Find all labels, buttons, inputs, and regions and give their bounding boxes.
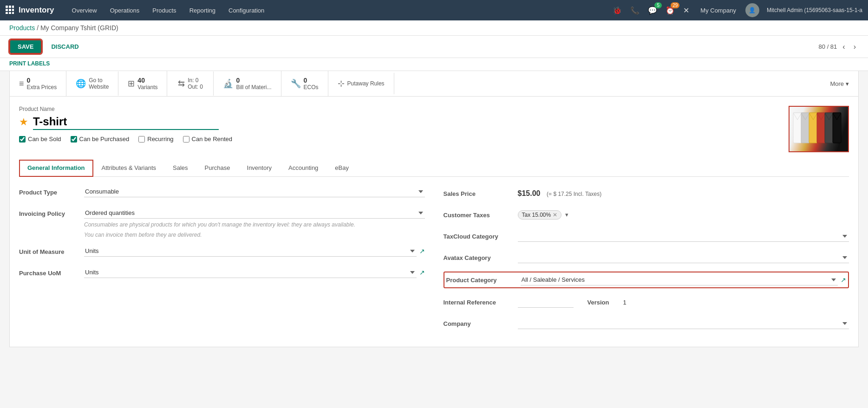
customer-taxes-field: Customer Taxes Tax 15.00% ✕ ▾ (444, 207, 849, 222)
company-select[interactable] (518, 318, 849, 329)
bug-icon[interactable]: 🐞 (611, 4, 624, 17)
breadcrumb-parent[interactable]: Products (9, 24, 35, 32)
svg-rect-5 (12, 9, 14, 11)
tax-remove-icon[interactable]: ✕ (553, 212, 557, 218)
form-content: Product Type Consumable Storable Product… (19, 186, 849, 337)
tab-attributes-variants[interactable]: Attributes & Variants (93, 160, 165, 177)
avatax-category-label: Avatax Category (444, 254, 518, 261)
extra-prices-count: 0 (27, 77, 57, 84)
unit-of-measure-select[interactable]: Units (84, 246, 417, 257)
taxcloud-category-field: TaxCloud Category (444, 229, 849, 244)
can-be-purchased-checkbox[interactable]: Can be Purchased (71, 136, 130, 142)
more-button[interactable]: More ▾ (821, 75, 858, 93)
tab-general-information[interactable]: General Information (19, 160, 93, 177)
sales-price-field: Sales Price $15.00 (= $ 17.25 Incl. Taxe… (444, 186, 849, 201)
invoicing-policy-label: Invoicing Policy (19, 207, 84, 217)
internal-reference-label: Internal Reference (444, 299, 518, 306)
more-label: More (830, 80, 844, 87)
product-name-label: Product Name (19, 106, 779, 112)
product-image[interactable] (789, 106, 849, 152)
customer-taxes-label: Customer Taxes (444, 212, 518, 219)
version-label: Version (587, 299, 609, 306)
print-labels-bar: PRINT LABELS (0, 58, 868, 71)
messages-icon[interactable]: 💬 5 (646, 4, 659, 17)
ecos-button[interactable]: 🔧 0 ECOs (281, 71, 328, 96)
prev-record-button[interactable]: ‹ (840, 42, 848, 52)
product-name-input[interactable] (33, 114, 219, 130)
putaway-rules-button[interactable]: ⊹ Putaway Rules (328, 73, 394, 94)
bom-label: Bill of Materi... (236, 84, 271, 91)
hint2: You can invoice them before they are del… (84, 231, 425, 239)
purchase-uom-label: Purchase UoM (19, 267, 84, 277)
svg-rect-7 (9, 12, 11, 14)
bom-icon: 🔬 (223, 78, 233, 89)
product-category-external-link-icon[interactable]: ↗ (841, 276, 846, 284)
breadcrumb-current: My Company Tshirt (GRID) (40, 24, 118, 32)
nav-reporting[interactable]: Reporting (183, 0, 222, 20)
unit-of-measure-label: Unit of Measure (19, 246, 84, 255)
grid-menu-icon[interactable] (6, 6, 14, 15)
activities-icon[interactable]: ⏰ 29 (664, 4, 677, 17)
internal-reference-input[interactable] (518, 297, 574, 308)
next-record-button[interactable]: › (851, 42, 859, 52)
company-field: Company (444, 316, 849, 331)
recurring-checkbox[interactable]: Recurring (138, 136, 173, 142)
discard-button[interactable]: DISCARD (46, 40, 83, 53)
can-be-rented-checkbox[interactable]: Can be Rented (183, 136, 232, 142)
svg-rect-4 (9, 9, 11, 11)
ecos-label: ECOs (304, 84, 319, 91)
variants-button[interactable]: ⊞ 40 Variants (118, 71, 167, 96)
unit-of-measure-external-link-icon[interactable]: ↗ (419, 247, 425, 255)
out-count: Out: 0 (188, 84, 203, 90)
tab-accounting[interactable]: Accounting (280, 160, 326, 177)
pagination-text: 80 / 81 (819, 43, 837, 50)
tab-ebay[interactable]: eBay (326, 160, 357, 177)
nav-products[interactable]: Products (146, 0, 183, 20)
go-to-website-button[interactable]: 🌐 Go toWebsite (66, 71, 118, 96)
product-type-select[interactable]: Consumable Storable Product Service (84, 186, 425, 197)
transfers-icon: ⇆ (178, 78, 185, 89)
favorite-star-icon[interactable]: ★ (19, 116, 28, 128)
avatax-category-select[interactable] (518, 252, 849, 263)
bom-button[interactable]: 🔬 0 Bill of Materi... (214, 71, 281, 96)
extra-prices-button[interactable]: ≡ 0 Extra Prices (10, 71, 66, 96)
purchase-uom-select[interactable]: Units (84, 267, 417, 278)
unit-of-measure-value: Units ↗ (84, 246, 425, 257)
product-category-field: Product Category All / Saleable / Servic… (444, 272, 849, 288)
activities-badge: 29 (671, 2, 679, 8)
taxcloud-category-label: TaxCloud Category (444, 233, 518, 240)
product-category-label: Product Category (446, 277, 521, 284)
in-out-button[interactable]: ⇆ In: 0 Out: 0 (167, 71, 214, 96)
customer-taxes-dropdown-icon[interactable]: ▾ (565, 211, 568, 218)
user-avatar[interactable]: 👤 (745, 3, 759, 17)
product-category-select[interactable]: All / Saleable / Services (521, 274, 838, 285)
top-nav: Inventory Overview Operations Products R… (0, 0, 868, 20)
close-icon[interactable]: ✕ (681, 4, 691, 17)
svg-rect-1 (9, 6, 11, 8)
tab-purchase[interactable]: Purchase (196, 160, 239, 177)
invoicing-policy-select[interactable]: Ordered quantities Delivered quantities (84, 207, 425, 219)
save-button[interactable]: SAVE (9, 39, 42, 54)
nav-overview[interactable]: Overview (65, 0, 104, 20)
tab-sales[interactable]: Sales (164, 160, 196, 177)
nav-configuration[interactable]: Configuration (222, 0, 271, 20)
variants-icon: ⊞ (128, 78, 135, 89)
putaway-icon: ⊹ (338, 78, 345, 89)
more-chevron-icon: ▾ (846, 80, 849, 87)
nav-operations[interactable]: Operations (104, 0, 146, 20)
taxcloud-category-select[interactable] (518, 231, 849, 242)
product-header: Product Name ★ Can be Sold Can be Purcha… (19, 106, 849, 152)
svg-rect-6 (6, 12, 8, 14)
can-be-sold-checkbox[interactable]: Can be Sold (19, 136, 61, 142)
purchase-uom-field: Purchase UoM Units ↗ (19, 267, 425, 282)
purchase-uom-value: Units ↗ (84, 267, 425, 278)
sales-price-incl-taxes: (= $ 17.25 Incl. Taxes) (547, 191, 601, 197)
invoicing-policy-field: Invoicing Policy Ordered quantities Deli… (19, 207, 425, 239)
purchase-uom-external-link-icon[interactable]: ↗ (419, 269, 425, 276)
tab-inventory[interactable]: Inventory (239, 160, 280, 177)
print-labels-link[interactable]: PRINT LABELS (9, 60, 50, 67)
phone-icon[interactable]: 📞 (628, 4, 641, 17)
ecos-icon: 🔧 (291, 78, 301, 89)
product-type-value: Consumable Storable Product Service (84, 186, 425, 197)
list-icon: ≡ (19, 79, 24, 89)
